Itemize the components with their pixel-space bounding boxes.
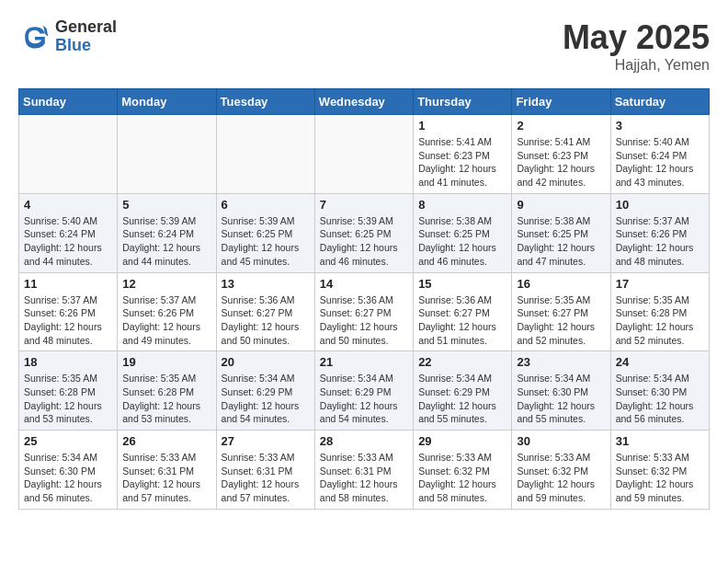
day-detail: Sunrise: 5:34 AMSunset: 6:30 PMDaylight:… bbox=[616, 372, 704, 426]
calendar-cell-w3-d1: 11 Sunrise: 5:37 AMSunset: 6:26 PMDaylig… bbox=[19, 272, 118, 351]
calendar-week-4: 18 Sunrise: 5:35 AMSunset: 6:28 PMDaylig… bbox=[19, 351, 710, 431]
calendar-table: Sunday Monday Tuesday Wednesday Thursday… bbox=[18, 88, 710, 510]
logo: General Blue bbox=[18, 18, 117, 55]
calendar-week-5: 25 Sunrise: 5:34 AMSunset: 6:30 PMDaylig… bbox=[19, 431, 710, 510]
logo-general-text: General bbox=[55, 18, 117, 37]
day-detail: Sunrise: 5:38 AMSunset: 6:25 PMDaylight:… bbox=[517, 214, 605, 269]
logo-icon bbox=[18, 20, 51, 53]
day-detail: Sunrise: 5:38 AMSunset: 6:25 PMDaylight:… bbox=[418, 214, 506, 269]
day-number: 3 bbox=[616, 119, 704, 132]
day-detail: Sunrise: 5:39 AMSunset: 6:25 PMDaylight:… bbox=[222, 214, 310, 269]
calendar-cell-w1-d1 bbox=[19, 115, 118, 194]
calendar-cell-w5-d1: 25 Sunrise: 5:34 AMSunset: 6:30 PMDaylig… bbox=[19, 431, 118, 510]
day-detail: Sunrise: 5:35 AMSunset: 6:28 PMDaylight:… bbox=[24, 372, 112, 426]
page-header: General Blue May 2025 Hajjah, Yemen bbox=[18, 18, 710, 74]
col-wednesday: Wednesday bbox=[314, 89, 413, 115]
day-detail: Sunrise: 5:37 AMSunset: 6:26 PMDaylight:… bbox=[24, 293, 112, 348]
day-number: 26 bbox=[122, 434, 210, 448]
calendar-cell-w5-d4: 28 Sunrise: 5:33 AMSunset: 6:31 PMDaylig… bbox=[314, 431, 413, 510]
day-number: 13 bbox=[222, 277, 310, 291]
calendar-cell-w5-d7: 31 Sunrise: 5:33 AMSunset: 6:32 PMDaylig… bbox=[610, 431, 709, 510]
calendar-cell-w1-d3 bbox=[216, 115, 314, 194]
calendar-cell-w2-d2: 5 Sunrise: 5:39 AMSunset: 6:24 PMDayligh… bbox=[118, 193, 216, 272]
calendar-cell-w4-d7: 24 Sunrise: 5:34 AMSunset: 6:30 PMDaylig… bbox=[610, 351, 709, 431]
col-sunday: Sunday bbox=[19, 89, 118, 115]
day-detail: Sunrise: 5:37 AMSunset: 6:26 PMDaylight:… bbox=[616, 214, 704, 269]
day-number: 12 bbox=[122, 277, 210, 291]
day-number: 18 bbox=[24, 355, 112, 369]
col-saturday: Saturday bbox=[610, 89, 709, 115]
calendar-cell-w2-d7: 10 Sunrise: 5:37 AMSunset: 6:26 PMDaylig… bbox=[610, 193, 709, 272]
calendar-week-2: 4 Sunrise: 5:40 AMSunset: 6:24 PMDayligh… bbox=[19, 193, 710, 272]
calendar-cell-w5-d3: 27 Sunrise: 5:33 AMSunset: 6:31 PMDaylig… bbox=[216, 431, 314, 510]
day-number: 30 bbox=[517, 434, 605, 448]
day-number: 22 bbox=[418, 355, 506, 369]
day-number: 29 bbox=[418, 434, 506, 448]
day-number: 8 bbox=[418, 198, 506, 212]
day-detail: Sunrise: 5:34 AMSunset: 6:29 PMDaylight:… bbox=[320, 372, 408, 426]
day-number: 28 bbox=[320, 434, 408, 448]
day-detail: Sunrise: 5:33 AMSunset: 6:32 PMDaylight:… bbox=[616, 451, 704, 505]
day-number: 23 bbox=[517, 355, 605, 369]
calendar-cell-w3-d5: 15 Sunrise: 5:36 AMSunset: 6:27 PMDaylig… bbox=[414, 272, 512, 351]
day-number: 5 bbox=[122, 198, 210, 212]
day-number: 9 bbox=[517, 198, 605, 212]
logo-text: General Blue bbox=[55, 18, 117, 55]
day-detail: Sunrise: 5:34 AMSunset: 6:29 PMDaylight:… bbox=[418, 372, 506, 426]
calendar-cell-w4-d4: 21 Sunrise: 5:34 AMSunset: 6:29 PMDaylig… bbox=[314, 351, 413, 431]
col-friday: Friday bbox=[512, 89, 610, 115]
calendar-header-row: Sunday Monday Tuesday Wednesday Thursday… bbox=[19, 89, 710, 115]
col-thursday: Thursday bbox=[414, 89, 512, 115]
calendar-cell-w1-d2 bbox=[118, 115, 216, 194]
calendar-cell-w4-d6: 23 Sunrise: 5:34 AMSunset: 6:30 PMDaylig… bbox=[512, 351, 610, 431]
calendar-cell-w3-d6: 16 Sunrise: 5:35 AMSunset: 6:27 PMDaylig… bbox=[512, 272, 610, 351]
day-detail: Sunrise: 5:40 AMSunset: 6:24 PMDaylight:… bbox=[24, 214, 112, 269]
day-detail: Sunrise: 5:35 AMSunset: 6:28 PMDaylight:… bbox=[122, 372, 210, 426]
day-detail: Sunrise: 5:35 AMSunset: 6:28 PMDaylight:… bbox=[616, 293, 704, 348]
day-number: 2 bbox=[517, 119, 605, 132]
day-detail: Sunrise: 5:39 AMSunset: 6:25 PMDaylight:… bbox=[320, 214, 408, 269]
calendar-title: May 2025 bbox=[563, 18, 710, 57]
day-detail: Sunrise: 5:37 AMSunset: 6:26 PMDaylight:… bbox=[122, 293, 210, 348]
title-block: May 2025 Hajjah, Yemen bbox=[563, 18, 710, 74]
calendar-cell-w2-d3: 6 Sunrise: 5:39 AMSunset: 6:25 PMDayligh… bbox=[216, 193, 314, 272]
day-detail: Sunrise: 5:33 AMSunset: 6:31 PMDaylight:… bbox=[320, 451, 408, 505]
calendar-cell-w4-d3: 20 Sunrise: 5:34 AMSunset: 6:29 PMDaylig… bbox=[216, 351, 314, 431]
day-detail: Sunrise: 5:36 AMSunset: 6:27 PMDaylight:… bbox=[418, 293, 506, 348]
col-monday: Monday bbox=[118, 89, 216, 115]
day-detail: Sunrise: 5:34 AMSunset: 6:30 PMDaylight:… bbox=[517, 372, 605, 426]
day-detail: Sunrise: 5:39 AMSunset: 6:24 PMDaylight:… bbox=[122, 214, 210, 269]
calendar-cell-w1-d7: 3 Sunrise: 5:40 AMSunset: 6:24 PMDayligh… bbox=[610, 115, 709, 194]
day-number: 27 bbox=[222, 434, 310, 448]
day-number: 11 bbox=[24, 277, 112, 291]
day-number: 14 bbox=[320, 277, 408, 291]
day-number: 1 bbox=[418, 119, 506, 132]
calendar-cell-w2-d4: 7 Sunrise: 5:39 AMSunset: 6:25 PMDayligh… bbox=[314, 193, 413, 272]
col-tuesday: Tuesday bbox=[216, 89, 314, 115]
day-detail: Sunrise: 5:36 AMSunset: 6:27 PMDaylight:… bbox=[222, 293, 310, 348]
day-number: 25 bbox=[24, 434, 112, 448]
day-number: 16 bbox=[517, 277, 605, 291]
day-detail: Sunrise: 5:34 AMSunset: 6:30 PMDaylight:… bbox=[24, 451, 112, 505]
day-number: 20 bbox=[222, 355, 310, 369]
day-number: 4 bbox=[24, 198, 112, 212]
day-detail: Sunrise: 5:40 AMSunset: 6:24 PMDaylight:… bbox=[616, 135, 704, 190]
day-detail: Sunrise: 5:34 AMSunset: 6:29 PMDaylight:… bbox=[222, 372, 310, 426]
day-detail: Sunrise: 5:41 AMSunset: 6:23 PMDaylight:… bbox=[418, 135, 506, 190]
calendar-cell-w3-d2: 12 Sunrise: 5:37 AMSunset: 6:26 PMDaylig… bbox=[118, 272, 216, 351]
calendar-cell-w1-d5: 1 Sunrise: 5:41 AMSunset: 6:23 PMDayligh… bbox=[414, 115, 512, 194]
calendar-cell-w3-d3: 13 Sunrise: 5:36 AMSunset: 6:27 PMDaylig… bbox=[216, 272, 314, 351]
calendar-week-3: 11 Sunrise: 5:37 AMSunset: 6:26 PMDaylig… bbox=[19, 272, 710, 351]
calendar-cell-w2-d6: 9 Sunrise: 5:38 AMSunset: 6:25 PMDayligh… bbox=[512, 193, 610, 272]
calendar-cell-w3-d4: 14 Sunrise: 5:36 AMSunset: 6:27 PMDaylig… bbox=[314, 272, 413, 351]
calendar-cell-w4-d5: 22 Sunrise: 5:34 AMSunset: 6:29 PMDaylig… bbox=[414, 351, 512, 431]
calendar-cell-w1-d6: 2 Sunrise: 5:41 AMSunset: 6:23 PMDayligh… bbox=[512, 115, 610, 194]
calendar-cell-w1-d4 bbox=[314, 115, 413, 194]
day-number: 6 bbox=[222, 198, 310, 212]
calendar-cell-w3-d7: 17 Sunrise: 5:35 AMSunset: 6:28 PMDaylig… bbox=[610, 272, 709, 351]
calendar-cell-w2-d1: 4 Sunrise: 5:40 AMSunset: 6:24 PMDayligh… bbox=[19, 193, 118, 272]
day-detail: Sunrise: 5:33 AMSunset: 6:32 PMDaylight:… bbox=[517, 451, 605, 505]
calendar-location: Hajjah, Yemen bbox=[563, 57, 710, 74]
day-detail: Sunrise: 5:41 AMSunset: 6:23 PMDaylight:… bbox=[517, 135, 605, 190]
logo-blue-text: Blue bbox=[55, 37, 117, 55]
